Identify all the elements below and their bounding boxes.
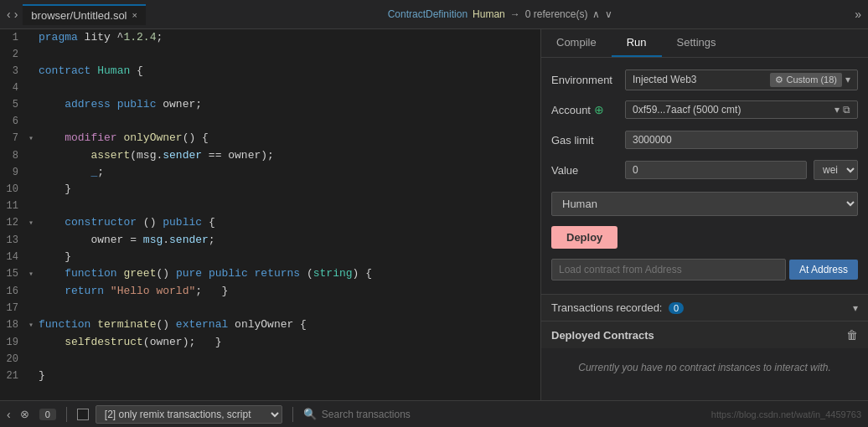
gas-limit-row: Gas limit 3000000 <box>551 128 858 152</box>
editor-line: 8 assert(msg.sender == owner); <box>0 147 540 164</box>
script-checkbox[interactable] <box>77 409 89 420</box>
panel-body: Environment Injected Web3 ⚙ Custom (18) … <box>541 58 868 294</box>
transactions-badge: 0 <box>669 302 684 314</box>
custom-badge: ⚙ Custom (18) <box>770 73 842 87</box>
line-number: 4 <box>3 80 28 96</box>
line-number: 17 <box>3 300 28 316</box>
top-bar: ‹ › browser/Untitled.sol × ContractDefin… <box>0 0 868 29</box>
search-input[interactable] <box>322 409 705 420</box>
line-code: _; <box>39 164 540 181</box>
line-fold-icon[interactable]: ▾ <box>28 266 39 283</box>
editor-line: 15▾ function greet() pure public returns… <box>0 265 540 283</box>
editor-line: 13 owner = msg.sender; <box>0 232 540 249</box>
line-code <box>39 198 540 214</box>
editor-line: 18▾function terminate() external onlyOwn… <box>0 316 540 334</box>
environment-label: Environment <box>551 74 618 86</box>
account-label-group: Account ⊕ <box>551 103 618 116</box>
line-code <box>39 80 540 96</box>
line-code: function terminate() external onlyOwner … <box>39 316 540 333</box>
editor-line: 12▾ constructor () public { <box>0 214 540 232</box>
line-number: 14 <box>3 249 28 265</box>
deploy-button[interactable]: Deploy <box>551 226 617 249</box>
contract-select[interactable]: Human <box>551 192 858 216</box>
script-select[interactable]: [2] only remix transactions, script <box>96 405 282 424</box>
line-number: 2 <box>3 46 28 63</box>
line-code: function greet() pure public returns (st… <box>39 265 540 282</box>
editor-line: 5 address public owner; <box>0 96 540 113</box>
line-number: 5 <box>3 96 28 113</box>
editor-line: 16 return "Hello world"; } <box>0 283 540 300</box>
tab-compile[interactable]: Compile <box>541 29 612 57</box>
editor-line: 6 <box>0 113 540 130</box>
line-number: 19 <box>3 334 28 351</box>
editor-line: 3contract Human { <box>0 63 540 80</box>
value-label: Value <box>551 164 618 177</box>
line-code <box>39 351 540 368</box>
line-number: 1 <box>3 29 28 46</box>
editor-line: 7▾ modifier onlyOwner() { <box>0 130 540 147</box>
search-icon: 🔍 <box>303 408 317 420</box>
line-code: assert(msg.sender == owner); <box>39 147 540 164</box>
nav-forward[interactable]: › <box>14 8 18 21</box>
account-plus-icon[interactable]: ⊕ <box>594 103 604 116</box>
load-contract-input[interactable] <box>551 259 786 280</box>
line-number: 12 <box>3 214 28 231</box>
tab-close-icon[interactable]: × <box>132 10 137 20</box>
trash-icon[interactable]: 🗑 <box>846 328 858 342</box>
contract-select-row: Human <box>551 192 858 216</box>
ref-dropdown-icon[interactable]: ∨ <box>605 8 612 20</box>
expand-right-icon[interactable]: » <box>855 8 861 21</box>
line-code: selfdestruct(owner); } <box>39 334 540 351</box>
tab-settings[interactable]: Settings <box>662 29 731 57</box>
bottom-nav-icon[interactable]: ‹ <box>7 408 11 421</box>
account-label: Account <box>551 104 591 116</box>
line-code <box>39 46 540 63</box>
editor-line: 19 selfdestruct(owner); } <box>0 334 540 351</box>
line-number: 15 <box>3 265 28 282</box>
editor-line: 14 } <box>0 249 540 265</box>
editor-pane[interactable]: 1pragma lity ^1.2.4;2 3contract Human {4… <box>0 29 541 400</box>
value-input[interactable]: 0 <box>625 161 807 179</box>
editor-line: 17 <box>0 300 540 316</box>
bottom-url: https://blog.csdn.net/wat/in_4459763 <box>711 409 861 419</box>
gas-limit-label: Gas limit <box>551 134 618 147</box>
nav-back[interactable]: ‹ <box>7 8 11 21</box>
tab-run[interactable]: Run <box>612 29 662 57</box>
load-contract-row: At Address <box>551 259 858 280</box>
ref-expand-icon[interactable]: ∧ <box>592 8 600 20</box>
line-number: 7 <box>3 130 28 147</box>
transactions-chevron-icon: ▾ <box>853 302 858 314</box>
separator2 <box>292 407 293 422</box>
line-code: } <box>39 249 540 265</box>
deploy-row: Deploy <box>551 226 858 249</box>
line-fold-icon[interactable]: ▾ <box>28 317 39 334</box>
panel-tabs: Compile Run Settings <box>541 29 868 58</box>
tab-bar-left: ‹ › browser/Untitled.sol × <box>7 4 146 25</box>
breadcrumb: ContractDefinition Human → 0 reference(s… <box>146 8 855 20</box>
line-code: modifier onlyOwner() { <box>39 130 540 147</box>
line-number: 16 <box>3 283 28 300</box>
copy-icon[interactable]: ⧉ <box>843 104 850 116</box>
contract-def-label: ContractDefinition <box>388 8 468 20</box>
at-address-button[interactable]: At Address <box>789 260 858 280</box>
editor-line: 1pragma lity ^1.2.4; <box>0 29 540 46</box>
environment-dropdown-icon[interactable]: ▾ <box>845 74 850 85</box>
gas-limit-input[interactable]: 3000000 <box>625 131 858 149</box>
line-number: 18 <box>3 316 28 333</box>
account-dropdown-icon[interactable]: ▾ <box>834 104 840 116</box>
line-code: return "Hello world"; } <box>39 283 540 300</box>
line-fold-icon[interactable]: ▾ <box>28 131 39 147</box>
stop-icon[interactable]: ⊗ <box>18 407 33 422</box>
account-row: Account ⊕ 0xf59...7aacf (5000 cmt) ▾ ⧉ <box>551 98 858 121</box>
line-code: owner = msg.sender; <box>39 232 540 249</box>
editor-content: 1pragma lity ^1.2.4;2 3contract Human {4… <box>0 29 540 384</box>
line-number: 21 <box>3 368 28 384</box>
deployed-contracts-header: Deployed Contracts 🗑 <box>541 321 868 348</box>
arrow-icon: → <box>510 8 520 20</box>
line-code: contract Human { <box>39 63 540 80</box>
editor-tab[interactable]: browser/Untitled.sol × <box>23 4 146 25</box>
editor-line: 11 <box>0 198 540 214</box>
line-fold-icon[interactable]: ▾ <box>28 215 39 232</box>
transactions-row[interactable]: Transactions recorded: 0 ▾ <box>541 294 868 321</box>
value-unit-select[interactable]: wei <box>814 160 858 180</box>
